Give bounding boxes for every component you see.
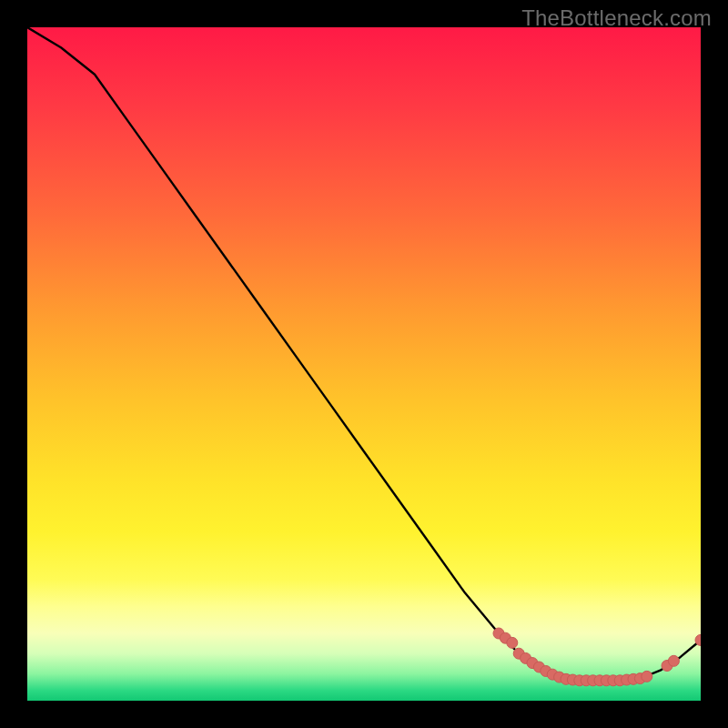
chart-frame: TheBottleneck.com (0, 0, 728, 728)
curve-marker (642, 671, 652, 682)
plot-area (27, 27, 701, 701)
marker-group (493, 628, 701, 686)
curve-marker (668, 655, 679, 666)
bottleneck-curve (27, 27, 701, 681)
curve-line-group (27, 27, 701, 681)
chart-svg (27, 27, 701, 701)
curve-marker (507, 637, 518, 648)
